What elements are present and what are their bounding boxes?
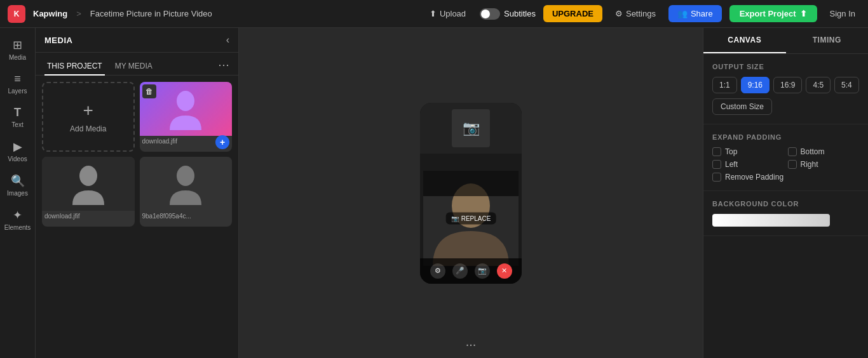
settings-button[interactable]: ⚙ Settings — [610, 6, 661, 22]
sidebar-item-media[interactable]: ⊞ Media — [2, 33, 34, 66]
signin-button[interactable]: Sign In — [825, 6, 860, 22]
media-delete-button-1[interactable]: 🗑 — [142, 84, 156, 98]
person-silhouette-3 — [166, 162, 205, 206]
padding-bottom-label: Bottom — [801, 147, 825, 156]
size-4-5[interactable]: 4:5 — [806, 77, 831, 93]
color-preview[interactable] — [712, 214, 830, 227]
media-add-button-1[interactable]: + — [215, 135, 229, 149]
padding-right-checkbox[interactable] — [788, 160, 797, 169]
share-button[interactable]: 👥 Share — [668, 5, 722, 22]
replace-overlay[interactable]: 📷 REPLACE — [446, 213, 496, 225]
tab-my-media[interactable]: MY MEDIA — [112, 58, 155, 76]
sidebar-item-images[interactable]: 🔍 Images — [2, 169, 34, 202]
export-button[interactable]: Export Project ⬆ — [729, 5, 817, 22]
replace-label: REPLACE — [461, 215, 491, 222]
upload-label: Upload — [440, 9, 466, 18]
background-color-title: BACKGROUND COLOR — [712, 200, 859, 208]
media-item-3[interactable]: 9ba1e8f095a4c... — [140, 157, 233, 227]
phone-top-video: 📷 — [420, 103, 522, 154]
end-call-button[interactable]: ✕ — [497, 263, 512, 279]
tab-timing[interactable]: TIMING — [786, 28, 869, 53]
size-buttons: 1:1 9:16 16:9 4:5 5:4 — [712, 77, 859, 93]
remove-padding-label: Remove Padding — [725, 173, 783, 182]
background-color-section: BACKGROUND COLOR — [703, 191, 868, 236]
settings-label: Settings — [626, 9, 656, 18]
size-9-16[interactable]: 9:16 — [741, 77, 770, 93]
sidebar-label-images: Images — [7, 190, 28, 197]
size-5-4[interactable]: 5:4 — [834, 77, 859, 93]
effects-button[interactable]: ⚙ — [430, 263, 445, 279]
add-media-button[interactable]: + Add Media — [42, 82, 135, 152]
add-media-label: Add Media — [70, 124, 106, 133]
export-icon: ⬆ — [800, 9, 807, 18]
media-icon: ⊞ — [13, 38, 22, 52]
mute-button[interactable]: 🎤 — [452, 263, 468, 279]
sidebar-label-media: Media — [9, 54, 26, 61]
subtitles-toggle-area[interactable]: Subtitles — [480, 8, 536, 20]
output-size-title: OUTPUT SIZE — [712, 63, 859, 70]
sidebar-item-videos[interactable]: ▶ Videos — [2, 135, 34, 168]
media-tabs: THIS PROJECT MY MEDIA ⋯ — [36, 53, 238, 76]
tab-canvas[interactable]: CANVAS — [703, 28, 786, 53]
media-thumb-image-2 — [42, 157, 135, 211]
padding-top-checkbox[interactable] — [712, 147, 721, 156]
media-panel-title: MEDIA — [44, 36, 72, 45]
replace-camera-icon: 📷 — [451, 215, 459, 222]
media-more-button[interactable]: ⋯ — [218, 58, 229, 75]
padding-left-label: Left — [725, 160, 738, 169]
media-grid: + Add Media 🗑 + download.jfif — [36, 76, 238, 233]
size-16-9[interactable]: 16:9 — [773, 77, 802, 93]
sidebar-label-videos: Videos — [8, 156, 27, 162]
padding-bottom-checkbox[interactable] — [788, 147, 797, 156]
tab-this-project[interactable]: THIS PROJECT — [44, 58, 105, 76]
camera-icon: 📷 — [463, 120, 480, 136]
brand-name[interactable]: Kapwing — [33, 9, 67, 18]
settings-icon: ⚙ — [615, 9, 623, 18]
output-size-section: OUTPUT SIZE 1:1 9:16 16:9 4:5 5:4 Custom… — [703, 54, 868, 124]
media-filename-2: download.jfif — [42, 211, 135, 222]
padding-right: Right — [788, 160, 860, 169]
layers-icon: ≡ — [14, 72, 21, 86]
size-1-1[interactable]: 1:1 — [712, 77, 737, 93]
phone-preview: 📷 📷 REPLACE ⚙ 🎤 📷 — [420, 103, 522, 284]
right-panel: CANVAS TIMING OUTPUT SIZE 1:1 9:16 16:9 … — [703, 28, 868, 358]
custom-size-button[interactable]: Custom Size — [712, 98, 772, 115]
padding-right-label: Right — [801, 160, 818, 169]
padding-left: Left — [712, 160, 784, 169]
right-panel-tabs: CANVAS TIMING — [703, 28, 868, 54]
left-sidebar: ⊞ Media ≡ Layers T Text ▶ Videos 🔍 Image… — [0, 28, 36, 358]
phone-placeholder-camera: 📷 — [452, 109, 490, 147]
share-icon: 👥 — [677, 9, 688, 18]
canvas-more-button[interactable]: ··· — [466, 337, 477, 352]
sidebar-label-elements: Elements — [4, 224, 31, 231]
media-collapse-button[interactable]: ‹ — [226, 34, 229, 46]
sidebar-label-layers: Layers — [8, 88, 27, 95]
remove-padding: Remove Padding — [712, 173, 859, 182]
upload-button[interactable]: ⬆ Upload — [423, 6, 472, 22]
project-name[interactable]: Facetime Picture in Picture Video — [90, 9, 212, 18]
logo-icon: K — [8, 5, 25, 23]
padding-left-checkbox[interactable] — [712, 160, 721, 169]
phone-controls: ⚙ 🎤 📷 ✕ — [420, 258, 522, 284]
images-icon: 🔍 — [11, 174, 25, 188]
sidebar-item-text[interactable]: T Text — [2, 101, 34, 133]
remove-padding-checkbox[interactable] — [712, 173, 721, 182]
upgrade-button[interactable]: UPGRADE — [543, 5, 602, 22]
subtitles-toggle[interactable] — [480, 8, 500, 20]
padding-top-label: Top — [725, 147, 737, 156]
elements-icon: ✦ — [13, 208, 22, 222]
main-content: ⊞ Media ≡ Layers T Text ▶ Videos 🔍 Image… — [0, 28, 868, 358]
canvas-area[interactable]: 📷 📷 REPLACE ⚙ 🎤 📷 — [239, 28, 703, 358]
svg-rect-5 — [423, 171, 519, 196]
export-label: Export Project — [740, 9, 796, 18]
svg-point-0 — [177, 91, 194, 111]
camera-switch-button[interactable]: 📷 — [475, 263, 490, 279]
sidebar-item-elements[interactable]: ✦ Elements — [2, 203, 34, 236]
padding-grid: Top Bottom Left Right — [712, 147, 859, 169]
media-item-2[interactable]: download.jfif — [42, 157, 135, 227]
media-item-1[interactable]: 🗑 + download.jfif — [140, 82, 233, 152]
expand-padding-section: EXPAND PADDING Top Bottom Left Right — [703, 124, 868, 191]
svg-point-1 — [79, 166, 97, 186]
sidebar-item-layers[interactable]: ≡ Layers — [2, 67, 34, 100]
media-filename-3: 9ba1e8f095a4c... — [140, 211, 233, 222]
